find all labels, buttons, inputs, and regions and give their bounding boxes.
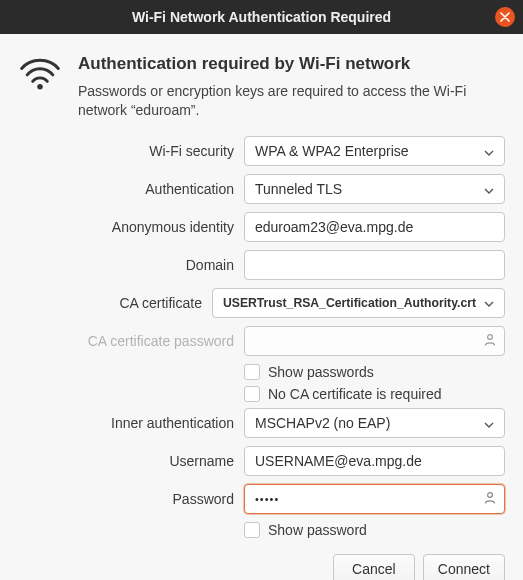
window-title: Wi-Fi Network Authentication Required (132, 9, 391, 25)
cancel-button[interactable]: Cancel (333, 554, 415, 580)
authentication-label: Authentication (18, 181, 244, 197)
ca-certificate-dropdown[interactable]: USERTrust_RSA_Certification_Authority.cr… (212, 288, 505, 318)
password-input[interactable]: ••••• (244, 484, 505, 514)
action-bar: Cancel Connect (18, 554, 505, 580)
chevron-down-icon (484, 181, 494, 197)
dialog-subtext: Passwords or encryption keys are require… (78, 82, 505, 120)
wifi-icon (18, 54, 62, 120)
close-button[interactable] (495, 7, 515, 27)
show-passwords-checkbox[interactable] (244, 364, 260, 380)
inner-authentication-value: MSCHAPv2 (no EAP) (255, 415, 390, 431)
user-icon (483, 490, 497, 507)
show-password-checkbox[interactable] (244, 522, 260, 538)
password-label: Password (18, 491, 244, 507)
inner-authentication-label: Inner authentication (18, 415, 244, 431)
username-input[interactable] (244, 446, 505, 476)
svg-point-1 (488, 334, 493, 339)
anonymous-identity-input[interactable] (244, 212, 505, 242)
header: Authentication required by Wi-Fi network… (18, 54, 505, 120)
ca-cert-password-input (244, 326, 505, 356)
user-icon (483, 332, 497, 349)
dialog-content: Authentication required by Wi-Fi network… (0, 34, 523, 580)
ca-certificate-label: CA certificate (18, 295, 212, 311)
chevron-down-icon (484, 143, 494, 159)
no-ca-required-label: No CA certificate is required (268, 386, 442, 402)
authentication-value: Tunneled TLS (255, 181, 342, 197)
domain-input[interactable] (244, 250, 505, 280)
show-passwords-label: Show passwords (268, 364, 374, 380)
no-ca-required-checkbox[interactable] (244, 386, 260, 402)
wifi-security-dropdown[interactable]: WPA & WPA2 Enterprise (244, 136, 505, 166)
wifi-security-label: Wi-Fi security (18, 143, 244, 159)
inner-authentication-dropdown[interactable]: MSCHAPv2 (no EAP) (244, 408, 505, 438)
username-label: Username (18, 453, 244, 469)
password-value: ••••• (255, 493, 279, 505)
ca-certificate-value: USERTrust_RSA_Certification_Authority.cr… (223, 296, 476, 310)
domain-label: Domain (18, 257, 244, 273)
close-icon (500, 9, 510, 25)
svg-point-2 (488, 492, 493, 497)
form: Wi-Fi security WPA & WPA2 Enterprise Aut… (18, 136, 505, 580)
chevron-down-icon (484, 296, 494, 310)
wifi-security-value: WPA & WPA2 Enterprise (255, 143, 409, 159)
ca-cert-password-label: CA certificate password (18, 333, 244, 349)
title-bar: Wi-Fi Network Authentication Required (0, 0, 523, 34)
dialog-heading: Authentication required by Wi-Fi network (78, 54, 505, 74)
authentication-dropdown[interactable]: Tunneled TLS (244, 174, 505, 204)
svg-point-0 (37, 84, 43, 89)
show-password-label: Show password (268, 522, 367, 538)
anonymous-identity-label: Anonymous identity (18, 219, 244, 235)
connect-button[interactable]: Connect (423, 554, 505, 580)
chevron-down-icon (484, 415, 494, 431)
